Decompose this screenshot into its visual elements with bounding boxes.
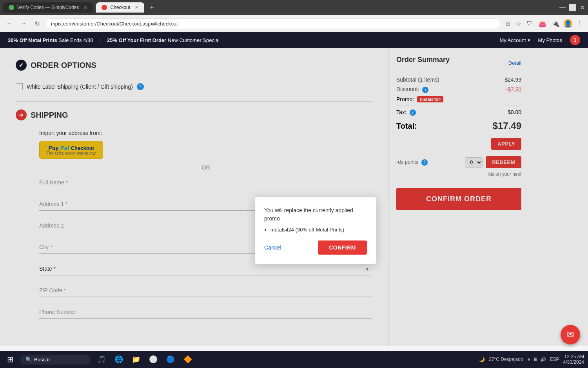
promo-2-bold: 25% Off Your First Order	[107, 37, 166, 43]
cart-count: 1	[574, 37, 577, 43]
tab-checkout[interactable]: Checkout ✕	[96, 2, 144, 13]
my-account-button[interactable]: My Account ▾	[499, 37, 530, 43]
my-account-label: My Account	[499, 37, 526, 43]
refresh-button[interactable]: ↻	[32, 18, 42, 29]
extensions-icon[interactable]: 🔌	[550, 18, 561, 29]
minimize-button[interactable]: —	[559, 4, 566, 11]
promo-1: 30% Off Metal Prints Sale Ends 4/30	[8, 37, 93, 43]
promo-2: 25% Off Your First Order New Customer Sp…	[107, 37, 220, 43]
profile-icon[interactable]: 👤	[564, 19, 572, 28]
close-window-button[interactable]: ✕	[580, 4, 585, 11]
tab-favicon-1	[9, 5, 14, 10]
chat-icon: ✉	[567, 330, 574, 340]
browser-navbar: ← → ↻ mpix.com/customer/Checkout/Checkou…	[0, 15, 588, 32]
promo-banner: 30% Off Metal Prints Sale Ends 4/30 | 25…	[0, 32, 588, 48]
browser-frame: Verify Codes — SimplyCodes ✕ Checkout ✕ …	[0, 0, 588, 32]
dialog-actions: Cancel CONFIRM	[264, 240, 367, 255]
dialog-message: You will replace the currently applied p…	[264, 206, 367, 223]
dialog-confirm-button[interactable]: CONFIRM	[318, 240, 367, 255]
tab-title-1: Verify Codes — SimplyCodes	[17, 5, 79, 10]
nav-icons: ⊞ ☆ 🛡 👛 🔌 👤 ⋮	[504, 18, 584, 29]
banner-promos: 30% Off Metal Prints Sale Ends 4/30 | 25…	[8, 37, 220, 43]
promo-2-text: New Customer Special	[168, 37, 220, 43]
promo-1-text: Sale Ends 4/30	[58, 37, 93, 43]
dialog-promo-list: metals424 (30% off Metal Prints)	[264, 227, 367, 233]
tab-close-2[interactable]: ✕	[135, 5, 139, 10]
browser-wallet-icon[interactable]: 👛	[537, 18, 548, 29]
my-account-chevron-icon: ▾	[528, 37, 530, 43]
chat-widget-button[interactable]: ✉	[561, 325, 580, 344]
tab-favicon-2	[102, 5, 107, 10]
maximize-button[interactable]: ⬜	[569, 4, 577, 11]
address-bar[interactable]: mpix.com/customer/Checkout/Checkout.aspx…	[45, 18, 501, 29]
translate-icon[interactable]: ⊞	[504, 18, 512, 29]
cart-button[interactable]: 1	[570, 35, 580, 45]
promo-1-bold: 30% Off Metal Prints	[8, 37, 57, 43]
new-tab-button[interactable]: +	[147, 4, 156, 12]
banner-divider: |	[100, 37, 101, 43]
browser-titlebar: Verify Codes — SimplyCodes ✕ Checkout ✕ …	[0, 0, 588, 15]
banner-right: My Account ▾ My Photos 1	[499, 35, 580, 45]
tab-verify-codes[interactable]: Verify Codes — SimplyCodes ✕	[3, 2, 93, 13]
confirm-dialog: You will replace the currently applied p…	[255, 197, 376, 264]
menu-icon[interactable]: ⋮	[575, 18, 584, 29]
tab-close-1[interactable]: ✕	[83, 5, 87, 10]
bookmark-icon[interactable]: ☆	[514, 18, 523, 29]
shield-icon[interactable]: 🛡	[525, 18, 535, 29]
forward-button[interactable]: →	[18, 18, 29, 29]
tab-title-2: Checkout	[110, 5, 130, 10]
back-button[interactable]: ←	[4, 18, 15, 29]
page-content: ✔ ORDER OPTIONS White Label Shipping (Cl…	[0, 48, 588, 346]
dialog-cancel-button[interactable]: Cancel	[264, 244, 281, 251]
my-photos-button[interactable]: My Photos	[538, 37, 562, 43]
dialog-promo-item: metals424 (30% off Metal Prints)	[270, 227, 367, 233]
